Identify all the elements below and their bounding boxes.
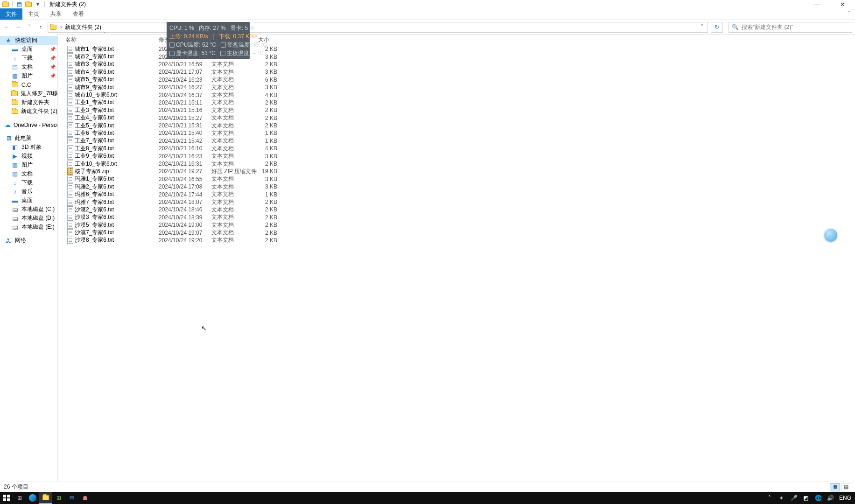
tray-volume-icon[interactable]: 🔊 [827, 495, 834, 501]
sidebar-folder-1[interactable]: 鬼人修罗_78移速 [0, 89, 57, 98]
file-row[interactable]: 沙漠2_专家6.txt2024/10/24 18:46文本文档2 KB [58, 206, 855, 213]
large-icons-view-button[interactable]: ▦ [841, 483, 851, 491]
sidebar-disk-e[interactable]: 🖴本地磁盘 (E:) [0, 223, 57, 231]
file-row[interactable]: 沙漠8_专家6.txt2024/10/24 19:20文本文档2 KB [58, 237, 855, 244]
properties-icon[interactable]: ▤ [15, 0, 23, 8]
sidebar-pictures-2[interactable]: ▦图片 [0, 161, 57, 169]
sidebar-folder-2[interactable]: 新建文件夹 [0, 98, 57, 107]
sidebar-pictures[interactable]: ▦图片📌 [0, 71, 57, 80]
tray-up-icon[interactable]: ˄ [766, 495, 773, 501]
file-row[interactable]: 工业3_专家6.txt2024/10/21 15:16文本文档2 KB [58, 106, 855, 114]
file-row[interactable]: 玛雅7_专家6.txt2024/10/24 18:07文本文档2 KB [58, 198, 855, 206]
new-folder-icon[interactable] [25, 0, 32, 8]
taskbar-store[interactable]: ⊞ [52, 492, 65, 504]
file-row[interactable]: 沙漠7_专家6.txt2024/10/24 19:07文本文档2 KB [58, 229, 855, 236]
sidebar-music[interactable]: ♪音乐 [0, 187, 57, 196]
system-tray[interactable]: ˄ ⌖ 🎤 ◩ 🌐 🔊 ENG [766, 495, 855, 501]
sidebar-network[interactable]: 🖧网络 [0, 236, 57, 245]
file-name: 城市9_专家6.txt [75, 84, 159, 91]
sidebar-videos[interactable]: ▶视频 [0, 152, 57, 161]
file-row[interactable]: 城市5_专家6.txt2024/10/24 16:23文本文档6 KB [58, 76, 855, 84]
file-row[interactable]: 玛雅2_专家6.txt2024/10/24 17:08文本文档3 KB [58, 183, 855, 190]
text-file-icon [65, 91, 75, 98]
folder-icon [11, 90, 18, 98]
minimize-button[interactable]: — [810, 0, 824, 8]
task-view-button[interactable]: ⊞ [13, 492, 26, 504]
file-row[interactable]: 工业6_专家6.txt2024/10/21 15:40文本文档1 KB [58, 129, 855, 137]
file-row[interactable]: 工业5_专家6.txt2024/10/21 15:31文本文档2 KB [58, 122, 855, 129]
taskbar-explorer[interactable] [39, 492, 52, 504]
tray-language[interactable]: ENG [839, 495, 851, 501]
file-row[interactable]: 沙漠3_专家6.txt2024/10/24 18:39文本文档2 KB [58, 214, 855, 221]
qa-dropdown-icon[interactable]: ▾ [34, 0, 42, 8]
file-row[interactable]: 城市4_专家6.txt2024/10/21 17:07文本文档3 KB [58, 68, 855, 76]
assistant-bubble[interactable] [824, 229, 837, 242]
close-button[interactable]: ✕ [835, 0, 849, 8]
column-name[interactable]: ˄名称 [58, 35, 151, 45]
address-bar[interactable]: › 新建文件夹 (2) ˅ [48, 22, 708, 33]
taskbar-mail[interactable]: ✉ [65, 492, 78, 504]
file-name: 沙漠3_专家6.txt [75, 213, 159, 221]
file-row[interactable]: 玛雅6_专家6.txt2024/10/24 17:44文本文档1 KB [58, 190, 855, 198]
tab-share[interactable]: 共享 [45, 8, 67, 20]
sidebar-desktop-2[interactable]: ▬桌面 [0, 196, 57, 205]
sidebar-label: 新建文件夹 [21, 98, 49, 106]
taskbar-app[interactable]: ☗ [78, 492, 91, 504]
sidebar-downloads-2[interactable]: ↓下载 [0, 178, 57, 187]
file-row[interactable]: 城市3_专家6.txt2024/10/21 16:59文本文档2 KB [58, 61, 855, 68]
tab-file[interactable]: 文件 [0, 8, 22, 20]
navigation-pane[interactable]: ★快速访问 ▬桌面📌 ↓下载📌 ▤文档📌 ▦图片📌 C.C 鬼人修罗_78移速 … [0, 34, 58, 482]
details-view-button[interactable]: ≣ [830, 483, 840, 491]
file-row[interactable]: 沙漠5_专家6.txt2024/10/24 19:00文本文档2 KB [58, 221, 855, 229]
search-box[interactable]: 🔍 [729, 22, 852, 33]
sidebar-documents[interactable]: ▤文档📌 [0, 63, 57, 71]
file-list[interactable]: 城市1_专家6.txt2024/10/21 16:38文本文档2 KB城市2_专… [58, 45, 855, 482]
sidebar-this-pc[interactable]: 🖥此电脑 [0, 134, 57, 143]
sidebar-documents-2[interactable]: ▤文档 [0, 169, 57, 178]
tray-location-icon[interactable]: ⌖ [778, 495, 785, 501]
tray-network-icon[interactable]: 🌐 [815, 495, 821, 501]
recent-locations-button[interactable]: ˅ [25, 22, 34, 32]
file-name: 工业1_专家6.txt [75, 98, 159, 106]
forward-button[interactable]: → [14, 22, 22, 32]
sidebar-3d-objects[interactable]: ◧3D 对象 [0, 143, 57, 152]
refresh-button[interactable]: ↻ [711, 22, 723, 33]
file-row[interactable]: 城市10_专家6.txt2024/10/24 16:37文本文档4 KB [58, 91, 855, 98]
breadcrumb-segment[interactable]: 新建文件夹 (2) [65, 23, 101, 31]
tab-view[interactable]: 查看 [67, 8, 90, 20]
file-row[interactable]: 工业7_专家6.txt2024/10/21 15:42文本文档1 KB [58, 137, 855, 145]
search-input[interactable] [742, 24, 849, 30]
tray-mic-icon[interactable]: 🎤 [791, 495, 797, 501]
sidebar-folder-3[interactable]: 新建文件夹 (2) [0, 107, 57, 116]
sidebar-quick-access[interactable]: ★快速访问 [0, 36, 57, 45]
taskbar[interactable]: ⊞ ⊞ ✉ ☗ ˄ ⌖ 🎤 ◩ 🌐 🔊 ENG [0, 492, 855, 504]
file-row[interactable]: 核子专家6.zip2024/10/24 19:27好压 ZIP 压缩文件19 K… [58, 168, 855, 175]
sidebar-disk-c[interactable]: 🖴本地磁盘 (C:) [0, 205, 57, 214]
start-button[interactable] [0, 492, 13, 504]
address-dropdown-button[interactable]: ˅ [697, 24, 707, 30]
file-row[interactable]: 城市9_专家6.txt2024/10/24 16:27文本文档3 KB [58, 84, 855, 91]
file-row[interactable]: 工业4_专家6.txt2024/10/21 15:27文本文档2 KB [58, 114, 855, 122]
sidebar-onedrive[interactable]: ☁OneDrive - Persona [0, 120, 57, 129]
tab-home[interactable]: 主页 [22, 8, 45, 20]
tray-app-icon[interactable]: ◩ [803, 495, 809, 501]
file-list-pane[interactable]: ˄名称 修改日期 类型 大小 城市1_专家6.txt2024/10/21 16:… [58, 34, 855, 482]
text-file-icon [65, 153, 75, 160]
back-button[interactable]: ← [3, 22, 11, 32]
file-row[interactable]: 玛雅1_专家6.txt2024/10/24 16:55文本文档3 KB [58, 175, 855, 183]
file-row[interactable]: 工业9_专家6.txt2024/10/21 16:23文本文档3 KB [58, 152, 855, 160]
file-size: 2 KB [256, 161, 279, 167]
file-row[interactable]: 工业10_专家6.txt2024/10/21 16:31文本文档2 KB [58, 160, 855, 168]
file-row[interactable]: 工业8_专家6.txt2024/10/21 16:10文本文档4 KB [58, 145, 855, 152]
chevron-right-icon[interactable]: › [57, 24, 65, 30]
up-button[interactable]: ↑ [36, 22, 45, 32]
file-date: 2024/10/24 16:37 [159, 92, 211, 98]
file-row[interactable]: 工业1_专家6.txt2024/10/21 15:11文本文档2 KB [58, 99, 855, 106]
sidebar-desktop[interactable]: ▬桌面📌 [0, 45, 57, 54]
sidebar-folder-cc[interactable]: C.C [0, 80, 57, 89]
taskbar-edge[interactable] [26, 492, 39, 504]
ribbon-collapse-button[interactable]: ˇ [844, 8, 855, 20]
sidebar-disk-d[interactable]: 🖴本地磁盘 (D:) [0, 214, 57, 223]
sidebar-downloads[interactable]: ↓下载📌 [0, 54, 57, 63]
performance-monitor-overlay[interactable]: CPU: 1 % 内存: 27 % 显卡: 5 % 上传: 0.24 KB/s … [167, 22, 250, 59]
